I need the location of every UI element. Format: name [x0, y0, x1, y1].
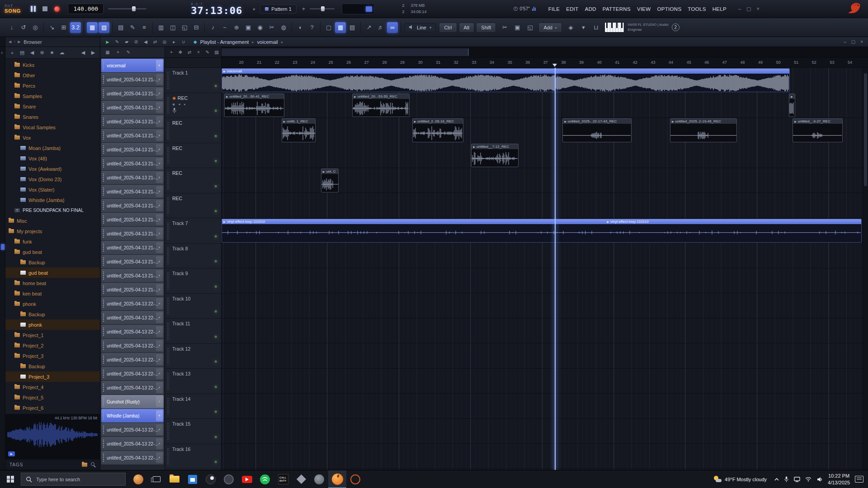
monitor-speaker-icon[interactable]: ◄	[178, 103, 181, 106]
clip-source-untitled-2025-04-13-21[interactable]: untitled_2025-04-13 21-...+	[101, 143, 164, 156]
move-handle-icon[interactable]: +	[156, 438, 163, 449]
track-grip-handle[interactable]	[167, 272, 170, 290]
list-edit-icon[interactable]: ≡	[139, 22, 150, 33]
collapse-chevron-icon[interactable]: »	[0, 52, 4, 54]
tray-expand-chevron[interactable]	[774, 478, 779, 481]
menu-edit[interactable]: EDIT	[566, 6, 578, 12]
clip-untitled-2025-2-19-45-rec[interactable]: ▶untitled_2025..2-19-45_REC	[670, 118, 737, 142]
browser-item-funk[interactable]: funk	[5, 236, 100, 247]
browser-item-my-projects[interactable]: My projects	[5, 226, 100, 236]
browser-history-arrow[interactable]: ◀	[79, 49, 88, 57]
dock-strip[interactable]: »	[0, 47, 5, 470]
browser-item-backup[interactable]: Backup	[5, 361, 100, 371]
move-clips-icon[interactable]: ✥	[177, 49, 184, 56]
save-version-icon[interactable]: ▣	[243, 22, 254, 33]
shop-cart-icon[interactable]: ⊔	[590, 22, 601, 33]
move-handle-icon[interactable]: +	[156, 410, 163, 421]
move-handle-icon[interactable]: +	[156, 340, 163, 351]
clip-source-untitled-2025-04-13-22[interactable]: untitled_2025-04-13 22-...+	[101, 423, 164, 436]
pencil-edit-icon[interactable]: ✎	[127, 22, 138, 33]
pat-mode-label[interactable]: PAT	[5, 4, 21, 8]
browser-item-kicks[interactable]: Kicks	[5, 60, 100, 70]
minimize-button[interactable]: –	[738, 6, 741, 12]
move-handle-icon[interactable]: +	[156, 354, 163, 365]
macro-icon[interactable]: ◈	[565, 22, 576, 33]
clip-source-untitled-2025-04-13-22[interactable]: untitled_2025-04-13 22-...+	[101, 437, 164, 450]
undo-icon[interactable]: ↺	[18, 22, 29, 33]
browser-item-gud-beat[interactable]: gud beat	[5, 247, 100, 257]
move-handle-icon[interactable]: +	[156, 214, 163, 225]
browser-item-project-4[interactable]: Project_4	[5, 382, 100, 392]
clip-source-whistle-jamba[interactable]: Whistle (Jamba)+	[101, 409, 164, 422]
move-handle-icon[interactable]: +	[156, 228, 163, 239]
record-arm-icon[interactable]: ◉	[255, 22, 265, 33]
browser-item-project-3[interactable]: Project_3	[5, 371, 100, 382]
spotify-icon[interactable]	[256, 470, 274, 488]
clip-source-untitled-2025-04-13-22[interactable]: untitled_2025-04-13 22-...+	[101, 325, 164, 338]
clip-source-untitled-2025-04-13-21[interactable]: untitled_2025-04-13 21-...+	[101, 171, 164, 184]
clip-source-untitled-2025-04-13-21[interactable]: untitled_2025-04-13 21-...+	[101, 255, 164, 268]
track-header-5[interactable]: REC	[165, 168, 221, 193]
vertical-scrollbar[interactable]	[863, 68, 868, 470]
pat-song-toggle[interactable]: PAT SONG	[5, 4, 21, 14]
mic-input-icon[interactable]: ◍	[278, 22, 289, 33]
track-grip-handle[interactable]	[167, 347, 170, 365]
browser-item-vox-48[interactable]: Vox (48)	[5, 153, 100, 164]
add-button[interactable]: Add ▸	[538, 23, 562, 33]
browser-nav-icon[interactable]: ↑	[14, 40, 15, 44]
preview-play-button[interactable]: ▶	[8, 451, 15, 456]
pattern-arrow-icon[interactable]: ▸	[253, 6, 255, 11]
track-grip-handle[interactable]	[167, 322, 170, 340]
move-handle-icon[interactable]: +	[156, 256, 163, 267]
clip-source-untitled-2025-04-13-21[interactable]: untitled_2025-04-13 21-...+	[101, 227, 164, 240]
stop-button[interactable]	[42, 6, 47, 11]
obs-icon[interactable]	[202, 470, 220, 488]
move-handle-icon[interactable]: +	[156, 130, 163, 141]
swing-icon[interactable]: ~	[219, 22, 230, 33]
file-icon[interactable]: ▤	[18, 49, 27, 57]
browser-item-snare[interactable]: Snare	[5, 101, 100, 112]
record-arm-icon[interactable]: ◉	[172, 103, 175, 106]
browser-nav-icon[interactable]: ▶	[18, 40, 20, 44]
menu-help[interactable]: HELP	[712, 6, 726, 12]
volume-tray-icon[interactable]	[816, 477, 823, 482]
track-activity-led[interactable]	[214, 385, 218, 389]
clip-source-untitled-2025-04-13-21[interactable]: untitled_2025-04-13 21-...+	[101, 129, 164, 142]
mixer-panel-icon[interactable]: ▤	[347, 22, 358, 33]
menu-patterns[interactable]: PATTERNS	[603, 6, 631, 12]
pattern-tool-icon[interactable]: ⊟	[191, 22, 202, 33]
track-header-8[interactable]: Track 8	[165, 244, 221, 269]
clip-untitled-2-05-16-rec[interactable]: ▶untitled_2..05-16_REC	[412, 118, 463, 142]
track-grip-handle[interactable]	[167, 297, 170, 315]
network-tray-icon[interactable]	[805, 477, 811, 482]
track-header-1[interactable]: Track 1	[165, 68, 221, 93]
clip-source-untitled-2025-04-13-22[interactable]: untitled_2025-04-13 22-...+	[101, 353, 164, 366]
master-volume-slider[interactable]	[310, 8, 335, 9]
clip-source-untitled-2025-04-13-22[interactable]: untitled_2025-04-13 22-...+	[101, 297, 164, 310]
move-handle-icon[interactable]: +	[156, 312, 163, 323]
playlist-titlebar[interactable]: ▶✎▰⊘◀⇄◎▸∪ ◆ Playlist - Arrangement ▸ voi…	[100, 37, 868, 47]
save-icon[interactable]: ↓	[6, 22, 17, 33]
clip-source-untitled-2025-04-13-21[interactable]: untitled_2025-04-13 21-...+	[101, 157, 164, 170]
mute-tool-icon[interactable]: ◀	[142, 38, 150, 46]
track-activity-led[interactable]	[214, 410, 218, 414]
swap-icon[interactable]: ⇄	[186, 49, 193, 56]
marker-icon[interactable]: ▾	[578, 22, 589, 33]
playlist-grid[interactable]: ▶voicemail▶untitled_20..-50-41_REC▶untit…	[222, 68, 863, 470]
app-icon-o[interactable]	[346, 470, 364, 488]
cut-icon[interactable]: ✂	[499, 22, 510, 33]
move-handle-icon[interactable]: +	[156, 368, 163, 379]
slip-tool-icon[interactable]: ⇄	[151, 38, 159, 46]
track-activity-led[interactable]	[214, 159, 218, 163]
fl-studio-icon[interactable]	[328, 470, 346, 488]
browser-item-vox-domo-23[interactable]: Vox (Domo 23)	[5, 174, 100, 184]
clip-source-untitled-2025-04-13-21[interactable]: untitled_2025-04-13 21-...+	[101, 73, 164, 86]
clip-source-untitled-2025-04-13-21[interactable]: untitled_2025-04-13 21-...+	[101, 213, 164, 226]
clip-untitled-7-12-rec[interactable]: ▶untitled__7-12_REC	[471, 144, 519, 168]
time-display[interactable]: B:S:T 37:13:06	[191, 2, 242, 16]
browser-item-whistle-jamba[interactable]: Whistle (Jamba)	[5, 195, 100, 205]
move-handle-icon[interactable]: +	[156, 158, 163, 169]
pinned-food-app-icon[interactable]	[129, 470, 147, 488]
browser-header[interactable]: ◀↑▶ Browser	[5, 37, 100, 47]
clip-vinyl-effect-loop-110210[interactable]: ▶vinyl-effect-loop-110210▶vinyl-effect-l…	[222, 219, 862, 243]
